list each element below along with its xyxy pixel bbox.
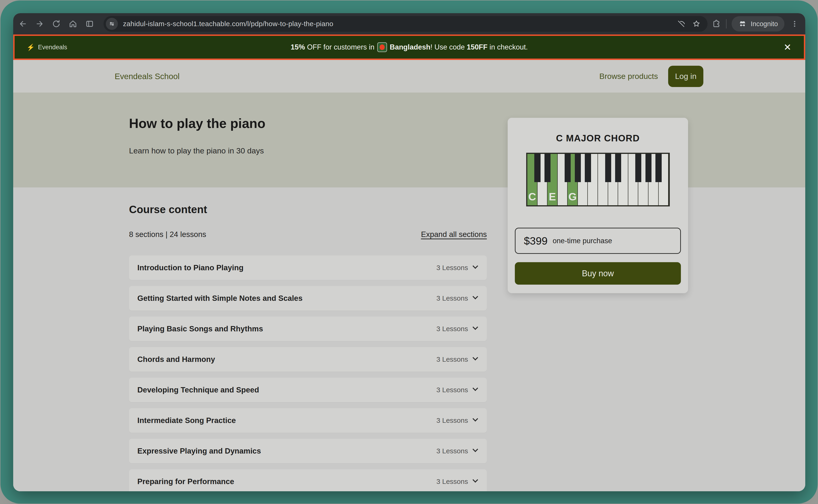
home-icon[interactable] bbox=[68, 19, 78, 28]
offer-text-2: ! Use code bbox=[431, 43, 467, 51]
screenshot-backdrop: zahidul-islam-s-school1.teachable.com/l/… bbox=[0, 0, 818, 504]
section-title: Expressive Playing and Dynamics bbox=[137, 447, 261, 455]
section-title: Getting Started with Simple Notes and Sc… bbox=[137, 294, 303, 303]
piano-black-key bbox=[605, 154, 611, 182]
lesson-count: 3 Lessons bbox=[436, 386, 468, 394]
key-label-e: E bbox=[547, 190, 557, 203]
toolbar-separator bbox=[726, 19, 727, 28]
banner-close-icon[interactable]: ✕ bbox=[784, 36, 791, 59]
course-section-row[interactable]: Chords and Harmony 3 Lessons bbox=[129, 347, 487, 372]
reload-icon[interactable] bbox=[52, 19, 61, 28]
site-header: Evendeals School Browse products Log in bbox=[13, 60, 805, 93]
site-settings-tune-icon[interactable] bbox=[106, 18, 118, 30]
flag-red-circle bbox=[380, 44, 385, 50]
browse-products-link[interactable]: Browse products bbox=[599, 72, 658, 81]
chevron-down-icon bbox=[472, 324, 478, 330]
browser-window: zahidul-islam-s-school1.teachable.com/l/… bbox=[13, 13, 805, 491]
forward-icon[interactable] bbox=[35, 19, 44, 28]
lesson-count: 3 Lessons bbox=[436, 417, 468, 424]
extensions-icon[interactable] bbox=[712, 19, 721, 28]
chevron-down-icon bbox=[472, 477, 478, 482]
back-icon[interactable] bbox=[18, 19, 28, 28]
chevron-down-icon bbox=[472, 416, 478, 421]
piano-black-key bbox=[646, 154, 652, 182]
login-button[interactable]: Log in bbox=[668, 66, 703, 87]
url-text[interactable]: zahidul-islam-s-school1.teachable.com/l/… bbox=[123, 20, 677, 28]
expand-all-sections-link[interactable]: Expand all sections bbox=[421, 230, 487, 239]
chevron-down-icon bbox=[472, 263, 478, 269]
bangladesh-flag-icon bbox=[377, 42, 387, 52]
incognito-icon bbox=[738, 19, 747, 28]
section-title: Preparing for Performance bbox=[137, 477, 234, 486]
url-bar[interactable]: zahidul-islam-s-school1.teachable.com/l/… bbox=[103, 16, 708, 32]
buy-now-button[interactable]: Buy now bbox=[515, 262, 681, 285]
piano-black-key bbox=[575, 154, 581, 182]
chord-card-title: C MAJOR CHORD bbox=[508, 133, 688, 143]
course-section-row[interactable]: Expressive Playing and Dynamics 3 Lesson… bbox=[129, 439, 487, 463]
piano-black-key bbox=[534, 154, 540, 182]
price-value: $399 bbox=[524, 235, 547, 247]
course-section-row[interactable]: Introduction to Piano Playing 3 Lessons bbox=[129, 255, 487, 280]
piano-black-key bbox=[635, 154, 641, 182]
course-sections-list: Introduction to Piano Playing 3 Lessons … bbox=[129, 255, 487, 491]
piano-black-key bbox=[585, 154, 591, 182]
piano-black-key bbox=[615, 154, 621, 182]
lesson-count: 3 Lessons bbox=[436, 478, 468, 485]
course-section-row[interactable]: Getting Started with Simple Notes and Sc… bbox=[129, 286, 487, 311]
course-meta: 8 sections | 24 lessons bbox=[129, 230, 206, 239]
section-title: Chords and Harmony bbox=[137, 355, 215, 364]
menu-dots-icon[interactable] bbox=[790, 19, 799, 28]
chevron-down-icon bbox=[472, 385, 478, 391]
school-name-link[interactable]: Evendeals School bbox=[115, 72, 179, 81]
lesson-count: 3 Lessons bbox=[436, 294, 468, 302]
promo-banner: ⚡ Evendeals 15% OFF for customers inBang… bbox=[13, 34, 805, 60]
offer-discount: 15% bbox=[291, 43, 305, 51]
side-panel-icon[interactable] bbox=[85, 19, 94, 28]
piano-black-key bbox=[544, 154, 550, 182]
incognito-badge: Incognito bbox=[732, 16, 784, 31]
page-subtitle: Learn how to play the piano in 30 days bbox=[129, 146, 264, 155]
offer-text-3: in checkout. bbox=[487, 43, 528, 51]
browser-toolbar: zahidul-islam-s-school1.teachable.com/l/… bbox=[13, 13, 805, 34]
lesson-count: 3 Lessons bbox=[436, 355, 468, 363]
chevron-down-icon bbox=[472, 355, 478, 360]
key-label-c: C bbox=[527, 190, 537, 203]
price-note: one-time purchase bbox=[552, 237, 612, 245]
course-section-row[interactable]: Playing Basic Songs and Rhythms 3 Lesson… bbox=[129, 317, 487, 341]
course-section-row[interactable]: Intermediate Song Practice 3 Lessons bbox=[129, 408, 487, 433]
offer-code: 150FF bbox=[467, 43, 487, 51]
key-label-g: G bbox=[568, 190, 577, 203]
offer-country: Bangladesh bbox=[390, 43, 431, 51]
chevron-down-icon bbox=[472, 294, 478, 299]
piano-keyboard-graphic: C E G bbox=[526, 153, 670, 206]
course-section-row[interactable]: Preparing for Performance 3 Lessons bbox=[129, 469, 487, 491]
section-title: Developing Technique and Speed bbox=[137, 386, 259, 394]
banner-offer-text: 15% OFF for customers inBangladesh! Use … bbox=[15, 36, 804, 59]
lesson-count: 3 Lessons bbox=[436, 325, 468, 333]
lesson-count: 3 Lessons bbox=[436, 447, 468, 455]
page-title: How to play the piano bbox=[129, 116, 266, 131]
section-title: Playing Basic Songs and Rhythms bbox=[137, 324, 263, 333]
piano-black-key bbox=[656, 154, 662, 182]
purchase-card: C MAJOR CHORD C E G bbox=[508, 118, 688, 293]
chevron-down-icon bbox=[472, 446, 478, 452]
course-content-heading: Course content bbox=[129, 203, 487, 216]
hide-eye-icon[interactable] bbox=[677, 20, 685, 28]
incognito-label: Incognito bbox=[751, 20, 778, 28]
price-box: $399 one-time purchase bbox=[515, 228, 681, 254]
piano-black-key bbox=[565, 154, 571, 182]
section-title: Intermediate Song Practice bbox=[137, 416, 236, 425]
section-title: Introduction to Piano Playing bbox=[137, 263, 244, 272]
bookmark-star-icon[interactable] bbox=[692, 20, 701, 28]
lesson-count: 3 Lessons bbox=[436, 264, 468, 272]
course-section-row[interactable]: Developing Technique and Speed 3 Lessons bbox=[129, 378, 487, 402]
offer-text-1: OFF for customers in bbox=[305, 43, 375, 51]
